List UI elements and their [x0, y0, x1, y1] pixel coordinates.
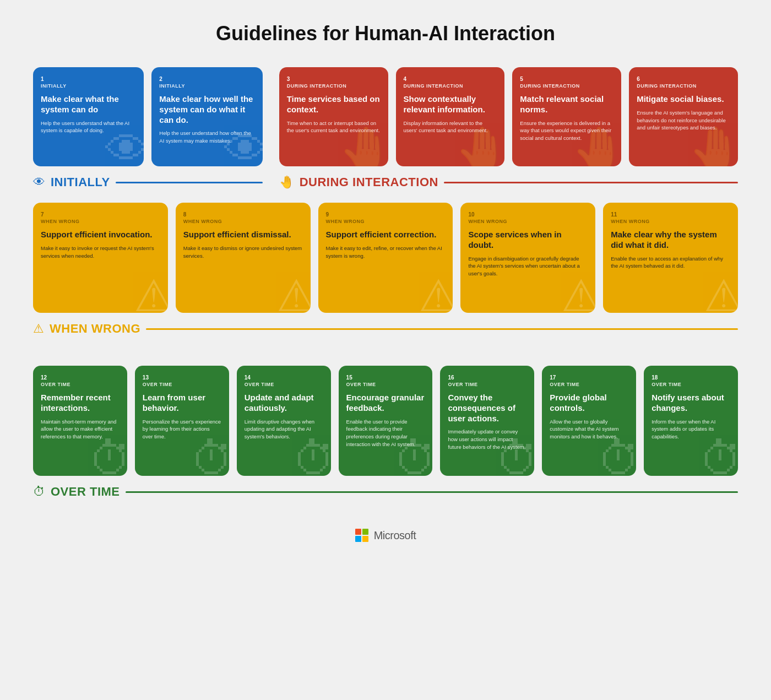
card-7-category: WHEN WRONG	[41, 219, 160, 224]
card-15-desc: Enable the user to provide feedback indi…	[346, 418, 425, 448]
card-16-title: Convey the consequences of user actions.	[448, 393, 526, 424]
card-7-bg-icon: ⚠	[134, 274, 168, 313]
card-12-title: Remember recent interactions.	[41, 393, 120, 414]
when-wrong-label-line	[146, 328, 738, 330]
card-12-category: OVER TIME	[41, 382, 120, 387]
card-2-number: 2	[159, 76, 254, 82]
when-wrong-section: ⚠ 7 WHEN WRONG Support efficient invocat…	[33, 203, 738, 338]
card-9-category: WHEN WRONG	[326, 219, 446, 224]
card-17-number: 17	[550, 375, 628, 381]
when-wrong-cards-row: ⚠ 7 WHEN WRONG Support efficient invocat…	[33, 203, 738, 313]
card-8-category: WHEN WRONG	[183, 219, 303, 224]
card-17-title: Provide global controls.	[550, 393, 628, 414]
card-5-desc: Ensure the experience is delivered in a …	[520, 120, 613, 142]
card-7-number: 7	[41, 211, 160, 218]
card-18: ⏱ 18 OVER TIME Notify users about change…	[644, 366, 738, 476]
card-11-category: WHEN WRONG	[611, 219, 730, 224]
card-11-desc: Enable the user to access an explanation…	[611, 255, 730, 270]
card-18-desc: Inform the user when the AI system adds …	[651, 418, 730, 441]
card-9-title: Support efficient correction.	[326, 230, 446, 240]
card-7: ⚠ 7 WHEN WRONG Support efficient invocat…	[33, 203, 168, 313]
card-8: ⚠ 8 WHEN WRONG Support efficient dismiss…	[176, 203, 311, 313]
card-2-category: INITIALLY	[159, 83, 254, 89]
card-1-category: INITIALLY	[41, 83, 136, 89]
card-13: ⏱ 13 OVER TIME Learn from user behavior.…	[135, 366, 229, 476]
card-4-desc: Display information relevant to the user…	[404, 120, 497, 135]
card-3-category: DURING INTERACTION	[287, 83, 381, 89]
initially-section: 👁 1 INITIALLY Make clear what the system…	[33, 67, 263, 192]
card-15-number: 15	[346, 375, 425, 381]
card-3-desc: Time when to act or interrupt based on t…	[287, 120, 381, 135]
top-sections: 👁 1 INITIALLY Make clear what the system…	[33, 67, 738, 192]
card-15-title: Encourage granular feedback.	[346, 393, 425, 414]
card-5-number: 5	[520, 76, 613, 82]
over-time-cards-row: ⏱ 12 OVER TIME Remember recent interacti…	[33, 366, 738, 476]
over-time-label-line	[126, 491, 738, 493]
card-2-title: Make clear how well the system can do wh…	[159, 94, 254, 125]
during-section: 🤚 3 DURING INTERACTION Time services bas…	[279, 67, 738, 192]
when-wrong-label-text: WHEN WRONG	[50, 322, 140, 336]
card-1-number: 1	[41, 76, 136, 82]
over-time-label: ⏱ OVER TIME	[33, 485, 738, 501]
card-10: ⚠ 10 WHEN WRONG Scope services when in d…	[460, 203, 595, 313]
when-wrong-icon: ⚠	[33, 322, 44, 336]
card-14-number: 14	[245, 375, 323, 381]
card-14: ⏱ 14 OVER TIME Update and adapt cautious…	[237, 366, 331, 476]
card-10-category: WHEN WRONG	[468, 219, 588, 224]
card-13-bg-icon: ⏱	[191, 437, 229, 476]
card-17-bg-icon: ⏱	[598, 437, 636, 476]
microsoft-footer: Microsoft	[355, 529, 416, 542]
initially-cards-row: 👁 1 INITIALLY Make clear what the system…	[33, 67, 263, 166]
card-5-title: Match relevant social norms.	[520, 94, 613, 115]
card-11-title: Make clear why the system did what it di…	[611, 230, 730, 251]
card-4-title: Show contextually relevant information.	[404, 94, 497, 115]
initially-label: 👁 INITIALLY	[33, 175, 263, 192]
during-cards-row: 🤚 3 DURING INTERACTION Time services bas…	[279, 67, 738, 166]
card-17-category: OVER TIME	[550, 382, 628, 387]
initially-icon: 👁	[33, 175, 45, 189]
microsoft-logo	[355, 529, 368, 542]
card-13-title: Learn from user behavior.	[143, 393, 221, 414]
card-9-bg-icon: ⚠	[419, 274, 453, 313]
card-12: ⏱ 12 OVER TIME Remember recent interacti…	[33, 366, 127, 476]
card-11-number: 11	[611, 211, 730, 218]
card-3-title: Time services based on context.	[287, 94, 381, 115]
card-7-title: Support efficient invocation.	[41, 230, 160, 240]
page-title: Guidelines for Human-AI Interaction	[216, 22, 555, 45]
card-6-title: Mitigate social biases.	[637, 94, 730, 105]
card-11: ⚠ 11 WHEN WRONG Make clear why the syste…	[603, 203, 738, 313]
card-3: 🤚 3 DURING INTERACTION Time services bas…	[279, 67, 388, 166]
card-8-desc: Make it easy to dismiss or ignore undesi…	[183, 245, 303, 260]
card-12-desc: Maintain short-term memory and allow the…	[41, 418, 120, 441]
card-18-bg-icon: ⏱	[699, 437, 738, 476]
card-13-desc: Personalize the user's experience by lea…	[143, 418, 221, 441]
card-9-desc: Make it easy to edit, refine, or recover…	[326, 245, 446, 260]
card-16-category: OVER TIME	[448, 382, 526, 387]
over-time-section: ⏱ 12 OVER TIME Remember recent interacti…	[33, 366, 738, 501]
when-wrong-label: ⚠ WHEN WRONG	[33, 322, 738, 338]
card-16: ⏱ 16 OVER TIME Convey the consequences o…	[440, 366, 534, 476]
card-18-category: OVER TIME	[651, 382, 730, 387]
card-14-category: OVER TIME	[245, 382, 323, 387]
card-3-number: 3	[287, 76, 381, 82]
card-2: 👁 2 INITIALLY Make clear how well the sy…	[151, 67, 262, 166]
card-8-bg-icon: ⚠	[276, 274, 311, 313]
card-14-desc: Limit disruptive changes when updating a…	[245, 418, 323, 441]
card-10-bg-icon: ⚠	[561, 274, 595, 313]
microsoft-name: Microsoft	[374, 529, 416, 542]
initially-label-line	[116, 182, 263, 183]
card-7-desc: Make it easy to invoke or request the AI…	[41, 245, 160, 260]
ms-logo-red	[355, 529, 361, 535]
card-6-category: DURING INTERACTION	[637, 83, 730, 89]
initially-label-text: INITIALLY	[51, 175, 110, 189]
over-time-label-text: OVER TIME	[51, 485, 120, 499]
card-15: ⏱ 15 OVER TIME Encourage granular feedba…	[339, 366, 433, 476]
card-18-number: 18	[651, 375, 730, 381]
card-15-category: OVER TIME	[346, 382, 425, 387]
card-10-desc: Engage in disambiguation or gracefully d…	[468, 255, 588, 278]
card-17: ⏱ 17 OVER TIME Provide global controls. …	[542, 366, 636, 476]
card-9: ⚠ 9 WHEN WRONG Support efficient correct…	[318, 203, 453, 313]
card-6: 🤚 6 DURING INTERACTION Mitigate social b…	[629, 67, 738, 166]
card-14-title: Update and adapt cautiously.	[245, 393, 323, 414]
card-11-bg-icon: ⚠	[704, 274, 738, 313]
